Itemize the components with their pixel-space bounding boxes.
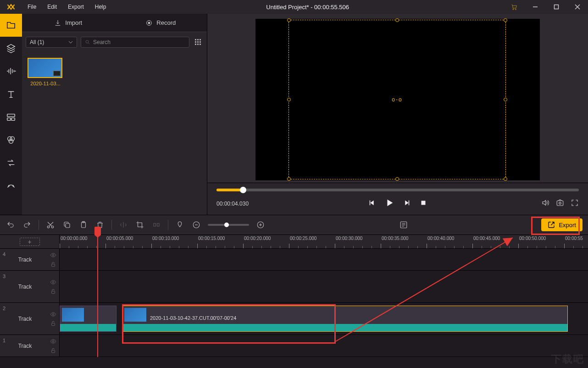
snapshot-icon[interactable] (556, 199, 564, 209)
svg-point-31 (51, 226, 54, 228)
audio-icon[interactable] (0, 60, 22, 83)
svg-rect-8 (11, 118, 15, 121)
svg-point-11 (9, 139, 13, 143)
search-input[interactable]: Search (81, 37, 189, 48)
aspect-link-icon[interactable]: o-o (392, 96, 402, 103)
undo-button[interactable] (6, 220, 16, 230)
track-row: 2Track2020-11-03-10-42-37.CUT.00'07-00'2… (0, 303, 588, 335)
crop-handle-tm[interactable] (395, 18, 399, 22)
svg-rect-50 (52, 350, 55, 352)
media-item-label: 2020-11-03... (28, 81, 63, 86)
record-button[interactable]: Record (115, 14, 207, 32)
lock-icon[interactable] (50, 288, 56, 295)
svg-rect-27 (422, 201, 426, 205)
snap-icon[interactable] (151, 220, 161, 230)
crop-handle-ml[interactable] (287, 98, 291, 101)
track-label: Track (0, 284, 50, 290)
menu-help[interactable]: Help (89, 0, 112, 14)
timeline-clip[interactable]: 2020-11-03-10-42-37.CUT.00'07-00'24 (122, 306, 568, 332)
stop-button[interactable] (419, 199, 427, 209)
media-tab-icon[interactable] (0, 14, 22, 37)
svg-rect-19 (195, 41, 196, 43)
lock-icon[interactable] (50, 320, 56, 327)
svg-rect-48 (52, 323, 55, 325)
close-button[interactable] (567, 0, 588, 14)
maximize-button[interactable] (546, 0, 567, 14)
svg-rect-36 (157, 223, 160, 226)
export-label: Export (559, 222, 576, 229)
svg-rect-44 (52, 264, 55, 266)
lock-icon[interactable] (50, 261, 56, 268)
timeline-ruler-row: + 00:00:00.00000:00:05.00000:00:10.00000… (0, 235, 588, 249)
zoom-out-icon[interactable] (191, 220, 201, 230)
track-body[interactable] (60, 249, 588, 270)
menu-export[interactable]: Export (62, 0, 89, 14)
preview-canvas[interactable]: o-o (255, 19, 540, 180)
copy-icon[interactable] (62, 220, 72, 230)
cut-icon[interactable] (45, 220, 55, 230)
redo-button[interactable] (22, 220, 32, 230)
crop-icon[interactable] (135, 220, 145, 230)
visibility-icon[interactable] (50, 279, 56, 285)
svg-rect-17 (197, 39, 199, 40)
timeline-ruler[interactable]: 00:00:00.00000:00:05.00000:00:10.00000:0… (60, 235, 588, 248)
marker-icon[interactable] (175, 220, 185, 230)
paste-icon[interactable] (78, 220, 89, 230)
export-button[interactable]: Export (541, 218, 582, 231)
clip-audio-wave (60, 324, 116, 331)
text-icon[interactable] (0, 83, 22, 106)
minimize-button[interactable] (525, 0, 546, 14)
seek-slider[interactable] (216, 189, 579, 191)
timeline-clip[interactable] (60, 306, 116, 332)
svg-rect-6 (7, 114, 15, 117)
media-item[interactable]: 2020-11-03... (28, 58, 63, 86)
track-body[interactable] (60, 271, 588, 302)
track-row: 4Track (0, 249, 588, 271)
track-body[interactable]: 2020-11-03-10-42-37.CUT.00'07-00'24 (60, 303, 588, 335)
track-body[interactable] (60, 335, 588, 357)
filters-icon[interactable] (0, 128, 22, 151)
zoom-slider[interactable] (208, 224, 249, 226)
track-number: 4 (3, 251, 6, 257)
prev-frame-button[interactable] (368, 199, 376, 209)
overlay-icon[interactable] (0, 106, 22, 128)
fullscreen-icon[interactable] (571, 199, 579, 209)
menu-edit[interactable]: Edit (42, 0, 62, 14)
crop-handle-bl[interactable] (287, 177, 291, 181)
visibility-icon[interactable] (50, 311, 56, 318)
transitions-icon[interactable] (0, 151, 22, 174)
track-number: 3 (3, 273, 6, 279)
view-grid-icon[interactable] (193, 39, 203, 46)
timeline-settings-icon[interactable] (399, 220, 409, 230)
visibility-icon[interactable] (50, 338, 56, 345)
clip-thumb (62, 308, 84, 322)
playback-bar: 00:00:04.030 (207, 183, 588, 215)
add-track-button[interactable]: + (20, 238, 40, 246)
crop-handle-tl[interactable] (287, 18, 291, 22)
visibility-icon[interactable] (50, 252, 56, 258)
menu-file[interactable]: File (22, 0, 42, 14)
svg-point-14 (86, 40, 89, 43)
play-button[interactable] (384, 198, 394, 210)
crop-handle-mr[interactable] (504, 98, 507, 101)
search-placeholder: Search (93, 39, 111, 45)
split-icon[interactable] (118, 220, 128, 230)
crop-handle-tr[interactable] (504, 18, 507, 22)
behaviors-icon[interactable] (0, 174, 22, 197)
seek-knob[interactable] (240, 187, 246, 193)
zoom-in-icon[interactable] (255, 220, 266, 230)
next-frame-button[interactable] (403, 199, 411, 209)
import-button[interactable]: Import (22, 14, 115, 32)
lock-icon[interactable] (50, 347, 56, 354)
svg-point-49 (52, 340, 54, 342)
media-filter-dropdown[interactable]: All (1) (26, 37, 77, 48)
volume-icon[interactable] (541, 199, 549, 209)
zoom-knob[interactable] (224, 223, 229, 227)
crop-frame[interactable]: o-o (288, 20, 506, 179)
crop-handle-br[interactable] (504, 177, 507, 181)
crop-handle-bm[interactable] (395, 177, 399, 181)
layers-icon[interactable] (0, 37, 22, 60)
delete-icon[interactable] (95, 220, 105, 230)
svg-rect-22 (195, 44, 196, 45)
cart-icon[interactable] (504, 0, 525, 14)
